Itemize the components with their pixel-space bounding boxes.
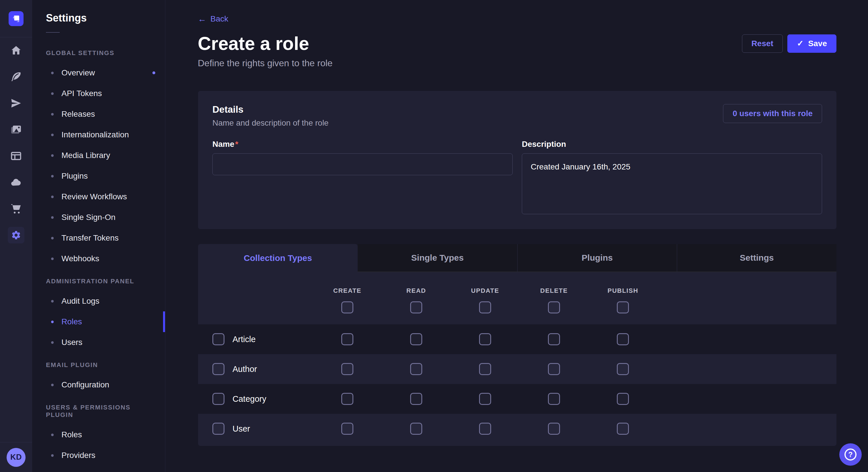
users-with-role-button[interactable]: 0 users with this role bbox=[723, 104, 822, 123]
sidebar-item-webhooks[interactable]: Webhooks bbox=[32, 248, 165, 269]
tab-settings[interactable]: Settings bbox=[677, 244, 836, 272]
article-read-checkbox[interactable] bbox=[410, 333, 422, 345]
workspace-logo-section bbox=[0, 0, 32, 37]
user-read-checkbox[interactable] bbox=[410, 423, 422, 435]
back-link[interactable]: ← Back bbox=[198, 14, 228, 24]
category-delete-checkbox[interactable] bbox=[548, 393, 560, 405]
checkbox-cell bbox=[588, 423, 657, 435]
user-row-checkbox[interactable] bbox=[212, 423, 224, 435]
category-create-checkbox[interactable] bbox=[341, 393, 353, 405]
sidebar-item-api-tokens[interactable]: API Tokens bbox=[32, 83, 165, 104]
bullet-icon bbox=[51, 321, 54, 323]
user-update-checkbox[interactable] bbox=[479, 423, 491, 435]
author-publish-checkbox[interactable] bbox=[617, 363, 629, 375]
author-read-checkbox[interactable] bbox=[410, 363, 422, 375]
column-label: PUBLISH bbox=[608, 287, 638, 295]
author-update-checkbox[interactable] bbox=[479, 363, 491, 375]
sidebar-item-configuration[interactable]: Configuration bbox=[32, 374, 165, 395]
strapi-logo[interactable] bbox=[9, 11, 24, 26]
checkbox-cell bbox=[313, 393, 382, 405]
bullet-icon bbox=[51, 196, 54, 198]
author-delete-checkbox[interactable] bbox=[548, 363, 560, 375]
name-input[interactable] bbox=[212, 154, 513, 175]
description-textarea[interactable]: Created January 16th, 2025 bbox=[522, 154, 822, 214]
category-update-checkbox[interactable] bbox=[479, 393, 491, 405]
table-row-user: User bbox=[198, 414, 836, 444]
bullet-icon bbox=[51, 300, 54, 303]
article-row-checkbox[interactable] bbox=[212, 333, 224, 345]
page-header: ← Back Create a role Define the rights g… bbox=[166, 0, 868, 69]
tab-collection-types[interactable]: Collection Types bbox=[198, 244, 358, 272]
bullet-icon bbox=[51, 434, 54, 436]
article-publish-checkbox[interactable] bbox=[617, 333, 629, 345]
row-label: User bbox=[232, 424, 250, 434]
select-all-update-checkbox[interactable] bbox=[479, 301, 491, 313]
sidebar-item-label: Review Workflows bbox=[61, 192, 127, 201]
bullet-icon bbox=[51, 113, 54, 115]
required-asterisk: * bbox=[235, 140, 238, 148]
article-update-checkbox[interactable] bbox=[479, 333, 491, 345]
category-publish-checkbox[interactable] bbox=[617, 393, 629, 405]
column-label: CREATE bbox=[333, 287, 361, 295]
rail-item-gear[interactable] bbox=[0, 222, 32, 248]
rail-item-feather[interactable] bbox=[0, 64, 32, 90]
column-header-update: UPDATE bbox=[451, 272, 520, 324]
sidebar-item-plugins[interactable]: Plugins bbox=[32, 166, 165, 187]
sidebar-item-roles[interactable]: Roles bbox=[32, 425, 165, 445]
rail-item-media-library[interactable] bbox=[0, 116, 32, 143]
sidebar-item-releases[interactable]: Releases bbox=[32, 104, 165, 125]
bullet-icon bbox=[51, 72, 54, 74]
sidebar-item-media-library[interactable]: Media Library bbox=[32, 145, 165, 166]
select-all-publish-checkbox[interactable] bbox=[617, 301, 629, 313]
rail-item-cloud[interactable] bbox=[0, 169, 32, 196]
bullet-icon bbox=[51, 237, 54, 239]
select-all-delete-checkbox[interactable] bbox=[548, 301, 560, 313]
subnav-section-label: EMAIL PLUGIN bbox=[32, 357, 165, 374]
checkbox-cell bbox=[520, 423, 588, 435]
subnav-section-global-settings: GLOBAL SETTINGSOverviewAPI TokensRelease… bbox=[32, 45, 165, 269]
checkbox-cell bbox=[451, 363, 520, 375]
rail-item-paper-plane[interactable] bbox=[0, 90, 32, 116]
rail-item-home[interactable] bbox=[0, 37, 32, 64]
sidebar-item-label: Roles bbox=[61, 430, 82, 439]
author-create-checkbox[interactable] bbox=[341, 363, 353, 375]
category-read-checkbox[interactable] bbox=[410, 393, 422, 405]
sidebar-item-label: Transfer Tokens bbox=[61, 233, 119, 243]
permissions-table-header: CREATEREADUPDATEDELETEPUBLISH bbox=[198, 272, 836, 324]
rail-item-cart[interactable] bbox=[0, 196, 32, 222]
avatar[interactable]: KD bbox=[7, 448, 26, 467]
tab-single-types[interactable]: Single Types bbox=[358, 244, 517, 272]
sidebar-item-overview[interactable]: Overview bbox=[32, 63, 165, 83]
category-row-checkbox[interactable] bbox=[212, 393, 224, 405]
sidebar-item-audit-logs[interactable]: Audit Logs bbox=[32, 291, 165, 311]
sidebar-item-review-workflows[interactable]: Review Workflows bbox=[32, 187, 165, 207]
reset-button[interactable]: Reset bbox=[742, 34, 783, 53]
sidebar-item-transfer-tokens[interactable]: Transfer Tokens bbox=[32, 228, 165, 248]
user-create-checkbox[interactable] bbox=[341, 423, 353, 435]
sidebar-item-providers[interactable]: Providers bbox=[32, 445, 165, 466]
sidebar-item-internationalization[interactable]: Internationalization bbox=[32, 125, 165, 145]
article-create-checkbox[interactable] bbox=[341, 333, 353, 345]
author-row-checkbox[interactable] bbox=[212, 363, 224, 375]
sidebar-item-label: Media Library bbox=[61, 151, 110, 160]
select-all-read-checkbox[interactable] bbox=[410, 301, 422, 313]
subnav-section-users-permissions-plugin: USERS & PERMISSIONS PLUGINRolesProviders bbox=[32, 399, 165, 466]
article-delete-checkbox[interactable] bbox=[548, 333, 560, 345]
sidebar-item-users[interactable]: Users bbox=[32, 332, 165, 353]
user-delete-checkbox[interactable] bbox=[548, 423, 560, 435]
feather-icon bbox=[10, 71, 22, 83]
save-button[interactable]: ✓ Save bbox=[787, 34, 836, 53]
sidebar-item-roles[interactable]: Roles bbox=[32, 311, 165, 332]
select-all-create-checkbox[interactable] bbox=[341, 301, 353, 313]
column-label: DELETE bbox=[540, 287, 568, 295]
sidebar-item-label: Single Sign-On bbox=[61, 213, 115, 222]
checkbox-cell bbox=[382, 423, 451, 435]
subnav-title: Settings bbox=[32, 0, 165, 24]
user-publish-checkbox[interactable] bbox=[617, 423, 629, 435]
help-button[interactable]: ? bbox=[839, 443, 862, 466]
details-card: Details Name and description of the role… bbox=[198, 91, 836, 229]
sidebar-item-label: Audit Logs bbox=[61, 297, 99, 306]
sidebar-item-single-sign-on[interactable]: Single Sign-On bbox=[32, 207, 165, 228]
tab-plugins[interactable]: Plugins bbox=[517, 244, 677, 272]
rail-item-layout[interactable] bbox=[0, 143, 32, 169]
